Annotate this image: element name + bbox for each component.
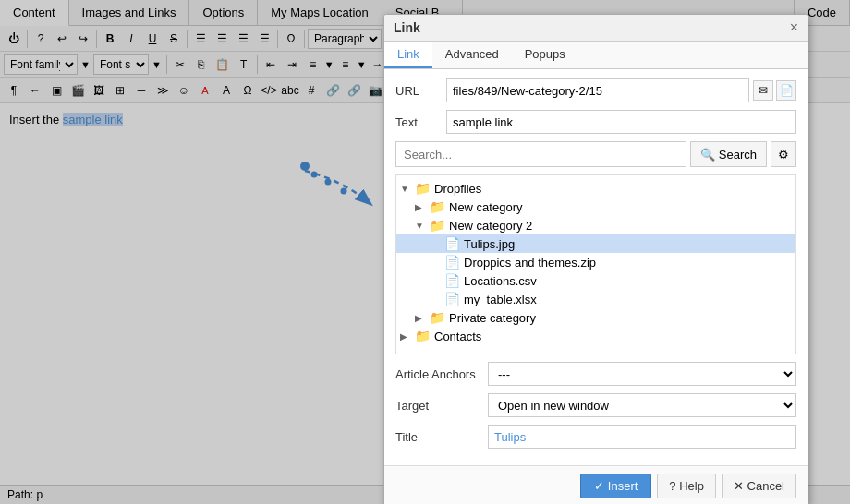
expand-private[interactable]: ▶	[415, 313, 430, 323]
url-input[interactable]	[446, 78, 749, 102]
tree-item-contacts[interactable]: ▶ 📁 Contacts	[396, 327, 795, 345]
modal-close-button[interactable]: ×	[790, 20, 798, 35]
article-anchors-label: Article Anchors	[395, 367, 488, 381]
file-icon-droppics: 📄	[444, 255, 460, 270]
tree-item-private[interactable]: ▶ 📁 Private category	[396, 308, 795, 327]
tree-item-locations[interactable]: 📄 Locations.csv	[396, 271, 795, 290]
search-btn-label: Search	[719, 148, 757, 162]
target-row: Target Open in new window	[395, 393, 796, 417]
url-row: URL ✉ 📄	[395, 78, 796, 102]
search-icon: 🔍	[700, 148, 715, 162]
gear-button[interactable]: ⚙	[771, 141, 796, 167]
title-row: Title	[395, 425, 796, 449]
file-icon-my-table: 📄	[444, 292, 460, 306]
expand-new-category[interactable]: ▶	[415, 202, 430, 212]
tree-label-locations: Locations.csv	[464, 274, 537, 288]
search-input[interactable]	[395, 141, 686, 167]
folder-icon-contacts: 📁	[415, 329, 431, 343]
folder-icon-new-category: 📁	[430, 199, 445, 214]
tree-label-droppics: Droppics and themes.zip	[464, 256, 596, 270]
article-anchors-select[interactable]: ---	[488, 362, 796, 386]
folder-icon-new-category-2: 📁	[430, 218, 445, 233]
tree-label-new-category: New category	[449, 200, 522, 214]
expand-dropfiles[interactable]: ▼	[400, 184, 415, 194]
target-select[interactable]: Open in new window	[488, 393, 796, 417]
insert-label: Insert	[608, 479, 638, 493]
target-label: Target	[395, 399, 488, 413]
tree-label-my-table: my_table.xlsx	[464, 293, 537, 306]
modal-body: URL ✉ 📄 Text 🔍 Search ⚙	[384, 69, 808, 465]
tree-item-new-category-2[interactable]: ▼ 📁 New category 2	[396, 216, 795, 234]
text-row: Text	[395, 110, 796, 134]
tree-label-private: Private category	[449, 311, 536, 325]
file-icon-tulips: 📄	[444, 236, 460, 251]
file-tree[interactable]: ▼ 📁 Dropfiles ▶ 📁 New category ▼ 📁 New c…	[395, 174, 796, 354]
modal-footer: ✓ Insert ? Help ✕ Cancel	[384, 465, 808, 504]
modal-header: Link ×	[384, 15, 808, 42]
file-icon-locations: 📄	[444, 273, 460, 288]
link-modal: Link × Link Advanced Popups URL ✉ 📄 Text…	[383, 14, 808, 504]
expand-new-category-2[interactable]: ▼	[415, 221, 430, 231]
folder-icon-private: 📁	[430, 310, 445, 325]
title-label: Title	[395, 430, 488, 444]
tree-item-tulips[interactable]: 📄 Tulips.jpg	[396, 234, 795, 253]
modal-title: Link	[394, 20, 420, 35]
expand-contacts[interactable]: ▶	[400, 331, 415, 342]
tree-item-my-table[interactable]: 📄 my_table.xlsx	[396, 290, 795, 308]
modal-tab-link[interactable]: Link	[384, 42, 432, 68]
url-mail-btn[interactable]: ✉	[753, 80, 773, 101]
search-row: 🔍 Search ⚙	[395, 141, 796, 167]
title-input[interactable]	[488, 425, 796, 449]
article-anchors-row: Article Anchors ---	[395, 362, 796, 386]
tree-item-droppics[interactable]: 📄 Droppics and themes.zip	[396, 253, 795, 271]
text-input[interactable]	[446, 110, 796, 134]
tree-item-new-category[interactable]: ▶ 📁 New category	[396, 198, 795, 216]
insert-button[interactable]: ✓ Insert	[580, 474, 652, 498]
tree-label-contacts: Contacts	[434, 330, 481, 343]
text-label: Text	[395, 115, 446, 129]
gear-icon: ⚙	[778, 148, 789, 162]
tree-item-dropfiles[interactable]: ▼ 📁 Dropfiles	[396, 179, 795, 198]
modal-tab-advanced[interactable]: Advanced	[432, 42, 512, 68]
help-button[interactable]: ? Help	[657, 474, 716, 498]
tree-label-tulips: Tulips.jpg	[464, 237, 515, 251]
url-label: URL	[395, 84, 446, 98]
tree-label-new-category-2: New category 2	[449, 219, 532, 233]
folder-icon-dropfiles: 📁	[415, 181, 431, 196]
url-file-btn[interactable]: 📄	[776, 80, 796, 101]
modal-tab-popups[interactable]: Popups	[512, 42, 578, 68]
search-button[interactable]: 🔍 Search	[690, 141, 767, 167]
cancel-button[interactable]: ✕ Cancel	[722, 474, 796, 498]
checkmark-icon: ✓	[594, 479, 604, 493]
tree-label-dropfiles: Dropfiles	[434, 182, 481, 196]
modal-tabs: Link Advanced Popups	[384, 42, 808, 69]
url-icons: ✉ 📄	[753, 80, 796, 101]
